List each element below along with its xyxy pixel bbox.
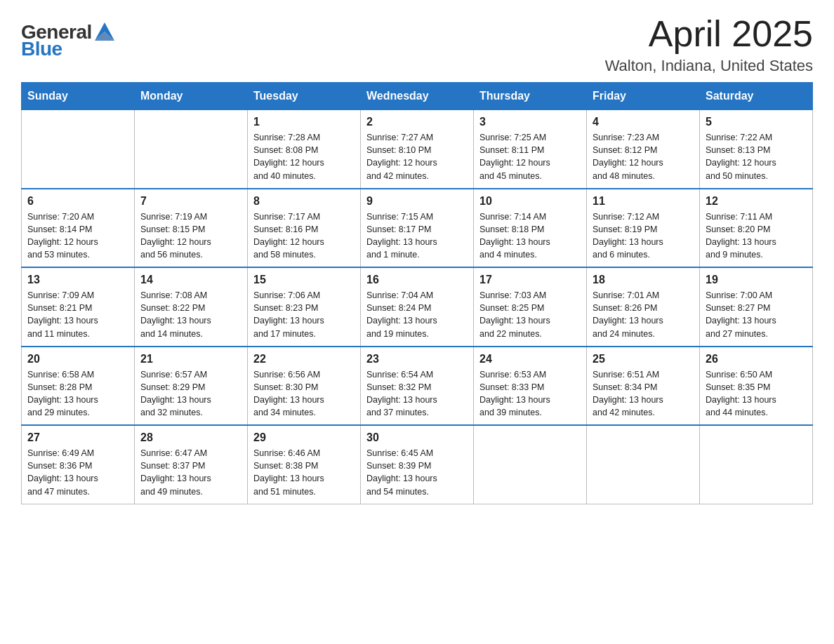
day-number: 15: [253, 274, 355, 286]
calendar-header-row: SundayMondayTuesdayWednesdayThursdayFrid…: [22, 83, 813, 110]
day-number: 14: [140, 274, 241, 286]
calendar-cell: 26Sunrise: 6:50 AM Sunset: 8:35 PM Dayli…: [700, 347, 813, 426]
calendar-cell: 7Sunrise: 7:19 AM Sunset: 8:15 PM Daylig…: [135, 189, 248, 268]
calendar-cell: 27Sunrise: 6:49 AM Sunset: 8:36 PM Dayli…: [22, 425, 135, 504]
day-info: Sunrise: 7:15 AM Sunset: 8:17 PM Dayligh…: [366, 210, 468, 262]
day-info: Sunrise: 6:54 AM Sunset: 8:32 PM Dayligh…: [366, 368, 468, 420]
calendar-cell: [700, 425, 813, 504]
day-info: Sunrise: 7:27 AM Sunset: 8:10 PM Dayligh…: [366, 131, 468, 182]
calendar-header-tuesday: Tuesday: [248, 83, 361, 110]
calendar-cell: 3Sunrise: 7:25 AM Sunset: 8:11 PM Daylig…: [474, 110, 587, 189]
day-info: Sunrise: 7:14 AM Sunset: 8:18 PM Dayligh…: [479, 210, 581, 262]
day-info: Sunrise: 7:04 AM Sunset: 8:24 PM Dayligh…: [366, 289, 468, 340]
calendar-week-row: 6Sunrise: 7:20 AM Sunset: 8:14 PM Daylig…: [22, 189, 813, 268]
calendar-week-row: 1Sunrise: 7:28 AM Sunset: 8:08 PM Daylig…: [22, 110, 813, 189]
day-info: Sunrise: 6:50 AM Sunset: 8:35 PM Dayligh…: [706, 368, 807, 420]
title-block: April 2025 Walton, Indiana, United State…: [605, 14, 813, 75]
day-info: Sunrise: 7:28 AM Sunset: 8:08 PM Dayligh…: [253, 131, 355, 182]
calendar-header-saturday: Saturday: [700, 83, 813, 110]
day-info: Sunrise: 7:20 AM Sunset: 8:14 PM Dayligh…: [27, 210, 128, 262]
calendar-cell: 17Sunrise: 7:03 AM Sunset: 8:25 PM Dayli…: [474, 267, 587, 347]
day-number: 20: [27, 353, 128, 365]
calendar-table: SundayMondayTuesdayWednesdayThursdayFrid…: [21, 82, 813, 504]
day-info: Sunrise: 6:53 AM Sunset: 8:33 PM Dayligh…: [479, 368, 581, 420]
day-info: Sunrise: 7:11 AM Sunset: 8:20 PM Dayligh…: [706, 210, 807, 262]
calendar-cell: 23Sunrise: 6:54 AM Sunset: 8:32 PM Dayli…: [361, 347, 474, 426]
calendar-cell: 10Sunrise: 7:14 AM Sunset: 8:18 PM Dayli…: [474, 189, 587, 268]
calendar-cell: 24Sunrise: 6:53 AM Sunset: 8:33 PM Dayli…: [474, 347, 587, 426]
day-info: Sunrise: 7:17 AM Sunset: 8:16 PM Dayligh…: [253, 210, 355, 262]
calendar-week-row: 27Sunrise: 6:49 AM Sunset: 8:36 PM Dayli…: [22, 425, 813, 504]
day-info: Sunrise: 6:57 AM Sunset: 8:29 PM Dayligh…: [140, 368, 241, 420]
calendar-cell: 9Sunrise: 7:15 AM Sunset: 8:17 PM Daylig…: [361, 189, 474, 268]
calendar-cell: 18Sunrise: 7:01 AM Sunset: 8:26 PM Dayli…: [587, 267, 700, 347]
day-number: 23: [366, 353, 468, 365]
day-number: 7: [140, 195, 241, 208]
calendar-cell: 29Sunrise: 6:46 AM Sunset: 8:38 PM Dayli…: [248, 425, 361, 504]
calendar-cell: [135, 110, 248, 189]
calendar-cell: 14Sunrise: 7:08 AM Sunset: 8:22 PM Dayli…: [135, 267, 248, 347]
day-number: 2: [366, 116, 468, 128]
calendar-cell: 4Sunrise: 7:23 AM Sunset: 8:12 PM Daylig…: [587, 110, 700, 189]
day-number: 25: [593, 353, 694, 365]
day-info: Sunrise: 7:19 AM Sunset: 8:15 PM Dayligh…: [140, 210, 241, 262]
day-number: 30: [366, 431, 468, 444]
calendar-header-wednesday: Wednesday: [361, 83, 474, 110]
day-info: Sunrise: 6:58 AM Sunset: 8:28 PM Dayligh…: [27, 368, 128, 420]
calendar-cell: 30Sunrise: 6:45 AM Sunset: 8:39 PM Dayli…: [361, 425, 474, 504]
day-info: Sunrise: 7:23 AM Sunset: 8:12 PM Dayligh…: [593, 131, 694, 182]
day-number: 3: [479, 116, 581, 128]
day-info: Sunrise: 7:00 AM Sunset: 8:27 PM Dayligh…: [706, 289, 807, 340]
day-info: Sunrise: 6:45 AM Sunset: 8:39 PM Dayligh…: [366, 447, 468, 498]
day-info: Sunrise: 7:08 AM Sunset: 8:22 PM Dayligh…: [140, 289, 241, 340]
day-number: 4: [593, 116, 694, 128]
calendar-cell: 15Sunrise: 7:06 AM Sunset: 8:23 PM Dayli…: [248, 267, 361, 347]
calendar-header-thursday: Thursday: [474, 83, 587, 110]
calendar-cell: 1Sunrise: 7:28 AM Sunset: 8:08 PM Daylig…: [248, 110, 361, 189]
calendar-header-friday: Friday: [587, 83, 700, 110]
day-number: 12: [706, 195, 807, 208]
day-number: 1: [253, 116, 355, 128]
day-number: 9: [366, 195, 468, 208]
day-info: Sunrise: 7:03 AM Sunset: 8:25 PM Dayligh…: [479, 289, 581, 340]
calendar-cell: 6Sunrise: 7:20 AM Sunset: 8:14 PM Daylig…: [22, 189, 135, 268]
calendar-header-monday: Monday: [135, 83, 248, 110]
calendar-cell: 16Sunrise: 7:04 AM Sunset: 8:24 PM Dayli…: [361, 267, 474, 347]
day-info: Sunrise: 6:47 AM Sunset: 8:37 PM Dayligh…: [140, 447, 241, 498]
page-subtitle: Walton, Indiana, United States: [605, 57, 813, 75]
day-info: Sunrise: 7:12 AM Sunset: 8:19 PM Dayligh…: [593, 210, 694, 262]
calendar-cell: 8Sunrise: 7:17 AM Sunset: 8:16 PM Daylig…: [248, 189, 361, 268]
day-number: 29: [253, 431, 355, 444]
calendar-cell: 28Sunrise: 6:47 AM Sunset: 8:37 PM Dayli…: [135, 425, 248, 504]
logo-triangle-icon: [95, 22, 114, 41]
day-info: Sunrise: 6:46 AM Sunset: 8:38 PM Dayligh…: [253, 447, 355, 498]
header: General Blue April 2025 Walton, Indiana,…: [21, 14, 813, 75]
day-number: 28: [140, 431, 241, 444]
day-number: 26: [706, 353, 807, 365]
calendar-week-row: 20Sunrise: 6:58 AM Sunset: 8:28 PM Dayli…: [22, 347, 813, 426]
day-number: 18: [593, 274, 694, 286]
calendar-cell: 12Sunrise: 7:11 AM Sunset: 8:20 PM Dayli…: [700, 189, 813, 268]
logo-blue-text: Blue: [21, 38, 62, 60]
calendar-cell: 25Sunrise: 6:51 AM Sunset: 8:34 PM Dayli…: [587, 347, 700, 426]
calendar-week-row: 13Sunrise: 7:09 AM Sunset: 8:21 PM Dayli…: [22, 267, 813, 347]
page-title: April 2025: [605, 14, 813, 54]
day-number: 21: [140, 353, 241, 365]
day-info: Sunrise: 7:01 AM Sunset: 8:26 PM Dayligh…: [593, 289, 694, 340]
day-number: 19: [706, 274, 807, 286]
day-number: 11: [593, 195, 694, 208]
day-number: 10: [479, 195, 581, 208]
day-number: 16: [366, 274, 468, 286]
day-info: Sunrise: 6:51 AM Sunset: 8:34 PM Dayligh…: [593, 368, 694, 420]
day-info: Sunrise: 6:49 AM Sunset: 8:36 PM Dayligh…: [27, 447, 128, 498]
day-number: 24: [479, 353, 581, 365]
day-number: 5: [706, 116, 807, 128]
day-number: 13: [27, 274, 128, 286]
calendar-cell: [474, 425, 587, 504]
day-info: Sunrise: 7:25 AM Sunset: 8:11 PM Dayligh…: [479, 131, 581, 182]
day-number: 17: [479, 274, 581, 286]
day-info: Sunrise: 7:06 AM Sunset: 8:23 PM Dayligh…: [253, 289, 355, 340]
calendar-cell: 5Sunrise: 7:22 AM Sunset: 8:13 PM Daylig…: [700, 110, 813, 189]
calendar-cell: 13Sunrise: 7:09 AM Sunset: 8:21 PM Dayli…: [22, 267, 135, 347]
calendar-cell: 22Sunrise: 6:56 AM Sunset: 8:30 PM Dayli…: [248, 347, 361, 426]
